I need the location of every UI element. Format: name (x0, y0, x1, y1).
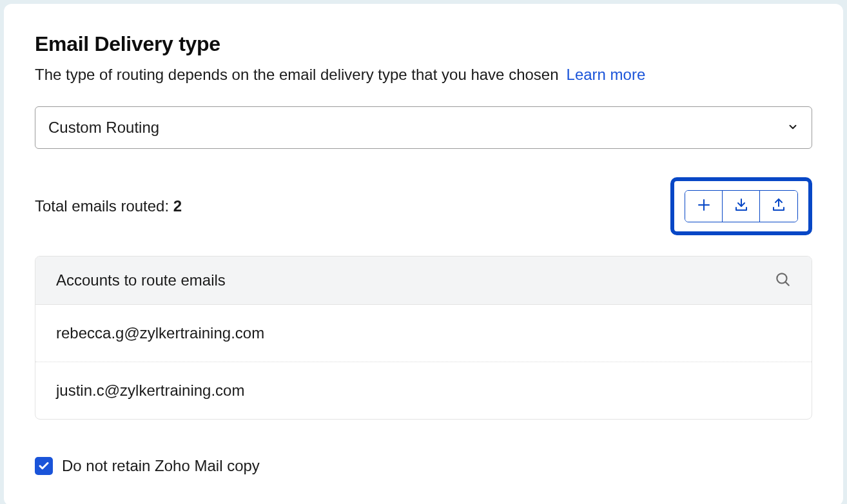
retain-copy-checkbox[interactable] (35, 457, 53, 475)
table-header-label: Accounts to route emails (56, 271, 226, 289)
total-count: 2 (173, 197, 182, 215)
delivery-type-select[interactable]: Custom Routing (35, 106, 812, 149)
import-icon (734, 197, 749, 215)
export-button[interactable] (760, 191, 797, 222)
retain-copy-label: Do not retain Zoho Mail copy (62, 457, 260, 475)
add-button[interactable] (685, 191, 723, 222)
svg-line-3 (786, 282, 789, 285)
action-group-highlight (670, 177, 812, 235)
import-button[interactable] (723, 191, 760, 222)
learn-more-link[interactable]: Learn more (567, 66, 646, 84)
page-title: Email Delivery type (35, 32, 812, 56)
plus-icon (696, 197, 712, 215)
search-icon[interactable] (774, 271, 791, 290)
table-header: Accounts to route emails (35, 257, 812, 305)
table-row[interactable]: justin.c@zylkertraining.com (35, 362, 812, 419)
table-row[interactable]: rebecca.g@zylkertraining.com (35, 305, 812, 362)
retain-copy-option[interactable]: Do not retain Zoho Mail copy (35, 457, 812, 475)
accounts-table: Accounts to route emails rebecca.g@zylke… (35, 256, 812, 420)
settings-card: Email Delivery type The type of routing … (4, 4, 843, 504)
toolbar-row: Total emails routed: 2 (35, 177, 812, 235)
action-button-group (685, 190, 798, 222)
total-emails-label: Total emails routed: 2 (35, 197, 182, 215)
select-value: Custom Routing (48, 119, 159, 137)
chevron-down-icon (787, 119, 799, 137)
delivery-type-select-wrap: Custom Routing (35, 106, 812, 149)
subtitle-row: The type of routing depends on the email… (35, 64, 812, 86)
total-label-text: Total emails routed: (35, 197, 173, 215)
page-subtitle: The type of routing depends on the email… (35, 64, 559, 86)
export-icon (771, 197, 786, 215)
